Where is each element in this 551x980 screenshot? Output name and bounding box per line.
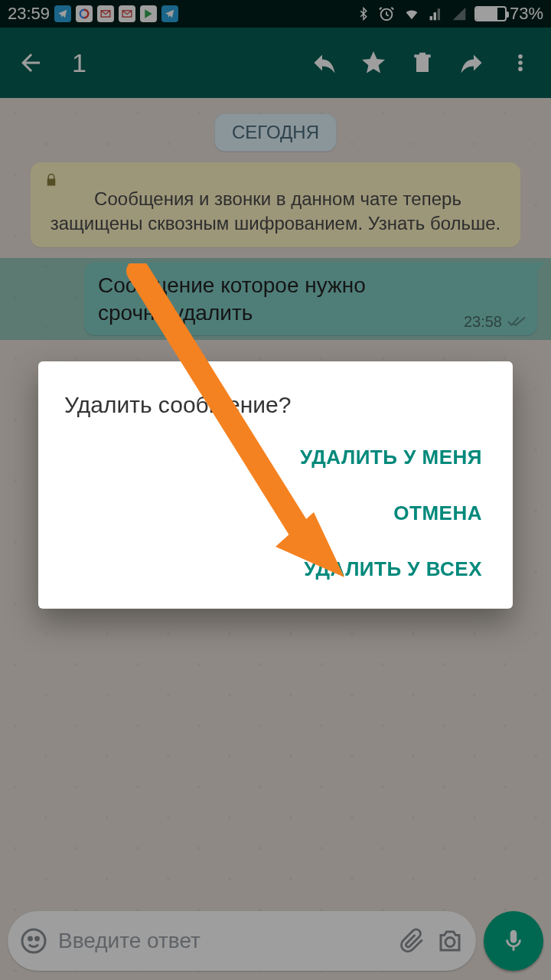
delete-for-me-button[interactable]: УДАЛИТЬ У МЕНЯ xyxy=(300,446,482,469)
cancel-button[interactable]: ОТМЕНА xyxy=(393,501,482,525)
delete-for-everyone-button[interactable]: УДАЛИТЬ У ВСЕХ xyxy=(304,557,482,581)
dialog-title: Удалить сообщение? xyxy=(64,392,487,418)
delete-message-dialog: Удалить сообщение? УДАЛИТЬ У МЕНЯ ОТМЕНА… xyxy=(38,361,513,609)
